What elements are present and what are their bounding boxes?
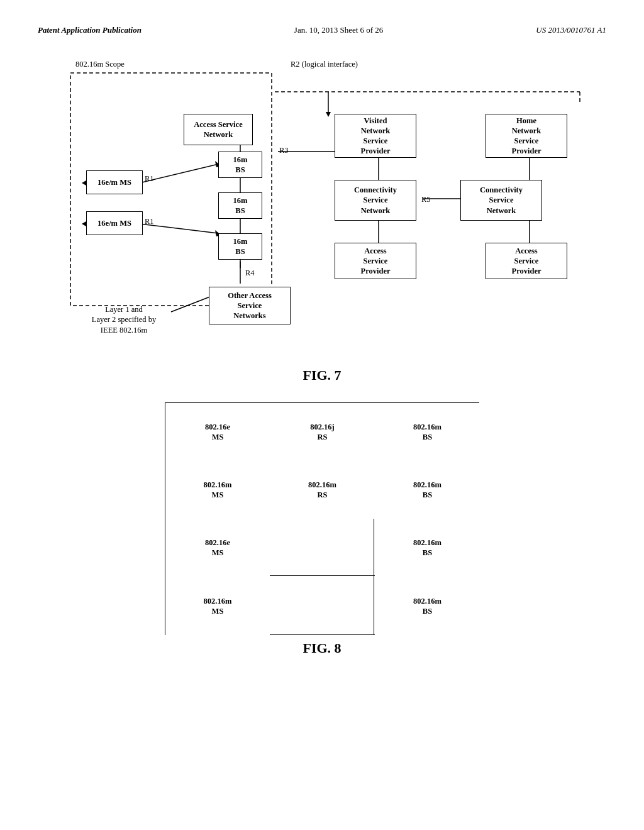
r2c2-box: 802.16mRS [270,461,375,519]
csn1-box: ConnectivityServiceNetwork [335,180,416,221]
header-date-sheet: Jan. 10, 2013 Sheet 6 of 26 [294,25,384,35]
header-publication: Patent Application Publication [38,25,142,35]
r4-label: R4 [245,268,255,278]
bs2-box: 16mBS [218,192,262,219]
csn2-box: ConnectivityServiceNetwork [460,180,542,221]
asp1-box: AccessServiceProvider [335,243,416,279]
fig7-diagram: 802.16m Scope R2 (logical interface) 16e… [52,54,592,362]
r2c1-box: 802.16mMS [165,461,270,519]
r4c3-box: 802.16mBS [375,577,480,636]
ms1-box: 16e/m MS [86,170,143,194]
other-access-box: Other AccessServiceNetworks [209,287,291,324]
header-patent-number: US 2013/0010761 A1 [536,25,606,35]
r2c3-box: 802.16mBS [375,461,480,519]
scope-label: 802.16m Scope [75,59,125,69]
r1a-label: R1 [145,174,154,184]
svg-marker-3 [326,112,331,117]
fig8-label: FIG. 8 [165,640,479,656]
fig7-label: FIG. 7 [52,367,592,384]
r3c1-box: 802.16eMS [165,519,270,577]
asn-box: Access ServiceNetwork [184,114,253,145]
svg-marker-13 [82,221,86,226]
r3-label: R3 [279,145,289,155]
visited-nsp-box: VisitedNetworkServiceProvider [335,114,416,158]
r1c1-box: 802.16eMS [165,403,270,461]
r3c3-box: 802.16mBS [375,519,480,577]
fig8-diagram: 802.16eMS 802.16jRS 802.16mBS 802.16mMS … [165,402,479,635]
asp2-box: AccessServiceProvider [486,243,567,279]
bs1-box: 16mBS [218,152,262,178]
r5-label: R5 [421,194,431,204]
r2-label: R2 (logical interface) [291,59,358,69]
fig8-wrapper: 802.16eMS 802.16jRS 802.16mBS 802.16mMS … [165,402,479,656]
r1c2-box: 802.16jRS [270,403,375,461]
r4c1-box: 802.16mMS [165,577,270,636]
fig7-wrapper: 802.16m Scope R2 (logical interface) 16e… [52,54,592,384]
page: Patent Application Publication Jan. 10, … [0,0,644,830]
svg-marker-10 [82,180,86,185]
layer-label: Layer 1 andLayer 2 specified byIEEE 802.… [83,304,165,335]
header: Patent Application Publication Jan. 10, … [38,25,606,35]
r1b-label: R1 [145,216,154,226]
bs3-box: 16mBS [218,233,262,260]
r1c3-box: 802.16mBS [375,403,480,461]
home-nsp-box: HomeNetworkServiceProvider [486,114,567,158]
ms2-box: 16e/m MS [86,211,143,235]
